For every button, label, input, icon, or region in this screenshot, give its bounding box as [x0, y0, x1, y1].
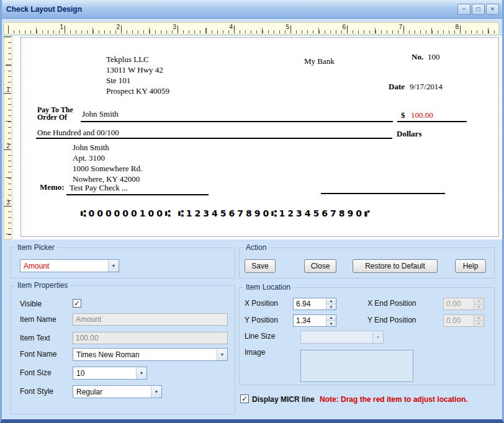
properties-panel: Item Picker Amount ▼ Action Save Close R… [2, 239, 502, 419]
font-size-label: Font Size [20, 368, 52, 377]
font-style-value: Regular [73, 388, 151, 396]
ruler-number: 8 [451, 24, 459, 30]
chevron-down-icon: ▼ [136, 367, 146, 379]
ruler-number: 3 [169, 24, 176, 30]
pay-to-label-line2[interactable]: Order Of [37, 113, 67, 122]
y-position-value: 1.34 [294, 315, 326, 326]
amount-item[interactable]: 100.00 [411, 110, 433, 120]
maximize-button[interactable]: □ [472, 4, 485, 15]
item-picker-select[interactable]: Amount ▼ [20, 259, 119, 272]
ruler-number: 1 [56, 24, 63, 30]
y-end-position-label: Y End Position [367, 316, 416, 324]
close-button[interactable]: Close [304, 259, 336, 273]
horizontal-ruler: 1 2 3 4 5 6 7 8 [4, 22, 499, 35]
font-name-select[interactable]: Times New Roman ▼ [73, 348, 228, 361]
company-address-item[interactable]: Ste 101 [106, 76, 130, 86]
titlebar: Check Layout Design − □ × [0, 0, 504, 19]
minimize-button[interactable]: − [457, 4, 470, 15]
micr-line-item[interactable]: ⑆000000100⑆ ⑆1234567890⑆1234567890⑈ [81, 208, 372, 218]
line-size-select: ▼ [300, 331, 384, 344]
ruler-number: 2 [112, 24, 120, 30]
signature-line-item[interactable] [321, 193, 445, 194]
payee-address-item[interactable]: Apt. 3100 [73, 153, 105, 163]
x-position-stepper[interactable]: 6.94 ▲▼ [293, 298, 336, 310]
chevron-down-icon: ▼ [108, 260, 119, 272]
company-name-item[interactable]: Tekplus LLC [106, 55, 149, 65]
item-picker-group-label: Item Picker [15, 243, 57, 252]
y-position-label: Y Position [245, 316, 278, 324]
action-group: Action Save Close Restore to Default Hel… [239, 247, 495, 278]
ruler-number: 4 [225, 24, 233, 30]
spin-down-icon[interactable]: ▼ [326, 304, 336, 310]
spin-up-icon: ▲ [474, 298, 484, 304]
x-position-label: X Position [245, 299, 278, 308]
y-end-position-stepper: 0.00 ▲▼ [443, 314, 484, 327]
date-value-item[interactable]: 9/17/2014 [410, 82, 443, 92]
spin-up-icon[interactable]: ▲ [326, 315, 336, 321]
chevron-down-icon: ▼ [372, 331, 383, 343]
visible-label: Visible [20, 300, 42, 308]
font-size-value: 10 [73, 369, 136, 378]
date-label[interactable]: Date [389, 82, 405, 92]
amount-underline-item[interactable] [397, 121, 467, 122]
ruler-number: 7 [395, 24, 402, 30]
save-button[interactable]: Save [245, 259, 276, 273]
memo-underline-item[interactable] [66, 194, 209, 195]
y-position-stepper[interactable]: 1.34 ▲▼ [293, 314, 336, 327]
chevron-down-icon: ▼ [217, 349, 227, 360]
display-micr-checkbox[interactable]: ✓ [240, 394, 249, 403]
line-size-label: Line Size [245, 332, 275, 341]
image-label: Image [245, 348, 265, 357]
spin-down-icon: ▼ [474, 304, 484, 310]
window-title: Check Layout Design [6, 5, 82, 14]
font-name-value: Times New Roman [73, 350, 217, 359]
restore-default-button[interactable]: Restore to Default [353, 259, 438, 273]
company-address-item[interactable]: Prospect KY 40059 [106, 86, 169, 96]
font-size-select[interactable]: 10 ▼ [73, 367, 147, 380]
item-location-group-label: Item Location [243, 283, 293, 292]
item-picker-group: Item Picker Amount ▼ [11, 247, 235, 278]
memo-text-item[interactable]: Test Pay Check ... [70, 183, 128, 193]
visible-checkbox[interactable]: ✓ [73, 299, 81, 308]
x-end-position-value: 0.00 [444, 298, 474, 309]
payee-name-item[interactable]: John Smith [82, 109, 119, 119]
item-properties-group: Item Properties Visible ✓ Item Name Amou… [11, 285, 235, 414]
item-location-group: Item Location X Position 6.94 ▲▼ X End P… [239, 287, 495, 385]
close-button[interactable]: × [486, 4, 499, 15]
check-number-item[interactable]: 100 [428, 52, 440, 62]
action-group-label: Action [243, 243, 269, 252]
ruler-number: 6 [338, 24, 346, 30]
chevron-down-icon: ▼ [151, 386, 161, 398]
spin-up-icon: ▲ [474, 315, 484, 321]
font-style-select[interactable]: Regular ▼ [73, 385, 162, 398]
vertical-ruler: 1 2 3 [4, 36, 12, 239]
item-text-field[interactable]: 100.00 [73, 332, 228, 344]
y-end-position-value: 0.00 [444, 315, 474, 326]
payee-underline-item[interactable] [81, 121, 393, 122]
check-design-canvas[interactable]: Tekplus LLC 13011 W Hwy 42 Ste 101 Prosp… [12, 36, 502, 239]
item-picker-value: Amount [20, 262, 108, 270]
amount-words-item[interactable]: One Hundred and 00/100 [37, 128, 119, 138]
image-box [300, 350, 413, 382]
font-style-label: Font Style [20, 387, 53, 396]
item-text-label: Item Text [20, 334, 50, 342]
check-no-label[interactable]: No. [412, 52, 423, 62]
spin-down-icon[interactable]: ▼ [326, 321, 336, 327]
ruler-number: 5 [282, 24, 289, 30]
amount-words-underline-item[interactable] [36, 138, 392, 139]
memo-label[interactable]: Memo: [40, 182, 65, 192]
company-address-item[interactable]: 13011 W Hwy 42 [106, 65, 163, 75]
x-position-value: 6.94 [294, 298, 326, 309]
dollars-label[interactable]: Dollars [397, 129, 421, 139]
window-controls: − □ × [457, 4, 499, 15]
x-end-position-stepper: 0.00 ▲▼ [443, 298, 484, 310]
bank-name-item[interactable]: My Bank [304, 56, 335, 66]
ruler-number: 1 [4, 86, 12, 93]
payee-address-item[interactable]: John Smith [73, 143, 109, 153]
dollar-sign-item[interactable]: $ [401, 110, 405, 120]
x-end-position-label: X End Position [367, 299, 416, 308]
spin-up-icon[interactable]: ▲ [326, 298, 336, 304]
help-button[interactable]: Help [455, 259, 486, 273]
item-name-field[interactable]: Amount [73, 313, 228, 326]
payee-address-item[interactable]: 1000 Somewhere Rd. [73, 164, 142, 174]
